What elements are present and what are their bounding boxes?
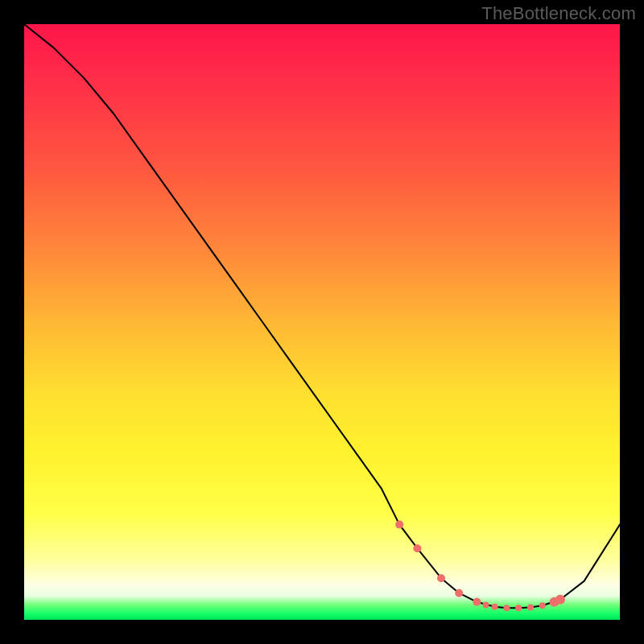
marker-point — [515, 605, 522, 611]
marker-point — [437, 574, 445, 582]
marker-point — [473, 598, 481, 606]
plot-area — [24, 24, 620, 620]
watermark-text: TheBottleneck.com — [481, 3, 636, 24]
curve-layer — [24, 24, 620, 620]
marker-point — [483, 602, 489, 609]
marker-point — [539, 602, 546, 609]
marker-point — [413, 544, 421, 552]
marker-point — [555, 595, 565, 605]
highlight-markers — [395, 521, 565, 612]
marker-point — [395, 521, 403, 529]
marker-point — [492, 604, 498, 610]
chart-frame: TheBottleneck.com — [0, 0, 644, 644]
marker-point — [503, 605, 510, 611]
marker-point — [527, 605, 534, 611]
marker-point — [455, 589, 463, 597]
bottleneck-curve — [24, 24, 620, 608]
